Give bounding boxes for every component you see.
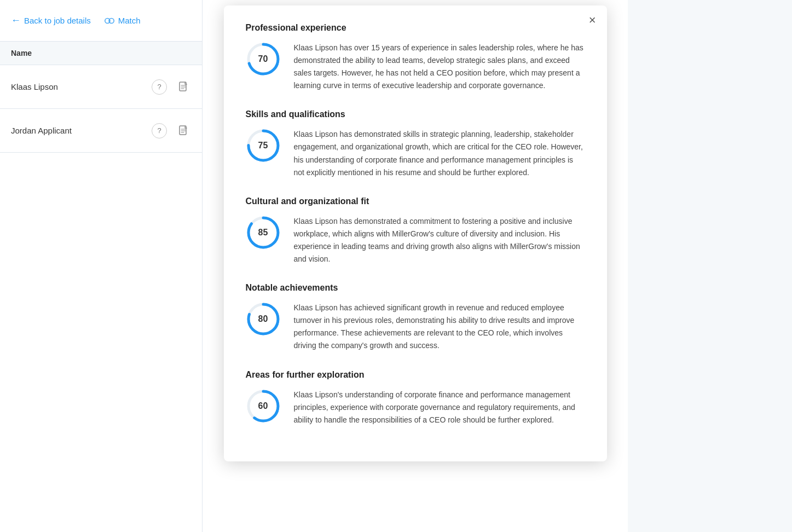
match-icon — [104, 15, 115, 26]
section-title-culture: Cultural and organizational fit — [246, 196, 585, 206]
section-title-professional: Professional experience — [246, 23, 585, 33]
score-value-achievements: 80 — [258, 314, 268, 324]
document-icon[interactable] — [176, 79, 191, 95]
section-text-professional: Klaas Lipson has over 15 years of experi… — [294, 42, 585, 92]
match-label: Match — [118, 16, 141, 25]
section-text-achievements: Klaas Lipson has achieved significant gr… — [294, 302, 585, 352]
close-button[interactable]: × — [589, 14, 596, 26]
question-icon[interactable]: ? — [152, 123, 167, 138]
question-icon[interactable]: ? — [152, 79, 167, 95]
back-arrow-icon: ← — [11, 15, 21, 26]
score-circle-professional: 70 — [246, 42, 281, 77]
score-value-skills: 75 — [258, 141, 268, 151]
right-panel — [628, 0, 792, 532]
section-body-achievements: 80 Klaas Lipson has achieved significant… — [246, 302, 585, 352]
section-body-professional: 70 Klaas Lipson has over 15 years of exp… — [246, 42, 585, 92]
left-panel: ← Back to job details Match Name Klaas L… — [0, 0, 203, 532]
section-text-skills: Klaas Lipson has demonstrated skills in … — [294, 128, 585, 178]
candidate-row[interactable]: Klaas Lipson ? — [0, 65, 202, 109]
score-circle-skills: 75 — [246, 128, 281, 163]
candidate-actions: ? — [152, 123, 191, 138]
main-area: × Professional experience 70 Klaas Lipso… — [203, 0, 628, 532]
modal-overlay: × Professional experience 70 Klaas Lipso… — [203, 0, 628, 532]
section-title-achievements: Notable achievements — [246, 283, 585, 293]
section-text-exploration: Klaas Lipson's understanding of corporat… — [294, 389, 585, 426]
score-circle-exploration: 60 — [246, 389, 281, 424]
back-label: Back to job details — [24, 16, 91, 25]
score-circle-culture: 85 — [246, 215, 281, 250]
candidate-name: Klaas Lipson — [11, 82, 58, 91]
score-value-exploration: 60 — [258, 401, 268, 411]
section-text-culture: Klaas Lipson has demonstrated a commitme… — [294, 215, 585, 265]
top-bar: ← Back to job details Match — [0, 0, 202, 42]
assessment-modal: × Professional experience 70 Klaas Lipso… — [224, 5, 607, 461]
back-to-job-link[interactable]: ← Back to job details — [11, 15, 91, 26]
score-value-professional: 70 — [258, 54, 268, 64]
candidate-name: Jordan Applicant — [11, 126, 72, 135]
score-value-culture: 85 — [258, 228, 268, 238]
name-column-header: Name — [11, 49, 32, 57]
section-title-exploration: Areas for further exploration — [246, 370, 585, 380]
section-body-culture: 85 Klaas Lipson has demonstrated a commi… — [246, 215, 585, 265]
section-body-skills: 75 Klaas Lipson has demonstrated skills … — [246, 128, 585, 178]
match-link[interactable]: Match — [104, 15, 141, 26]
candidate-actions: ? — [152, 79, 191, 95]
score-circle-achievements: 80 — [246, 302, 281, 337]
table-header: Name — [0, 42, 202, 65]
document-icon[interactable] — [176, 123, 191, 138]
section-body-exploration: 60 Klaas Lipson's understanding of corpo… — [246, 389, 585, 426]
section-title-skills: Skills and qualifications — [246, 109, 585, 119]
candidate-row[interactable]: Jordan Applicant ? — [0, 109, 202, 153]
